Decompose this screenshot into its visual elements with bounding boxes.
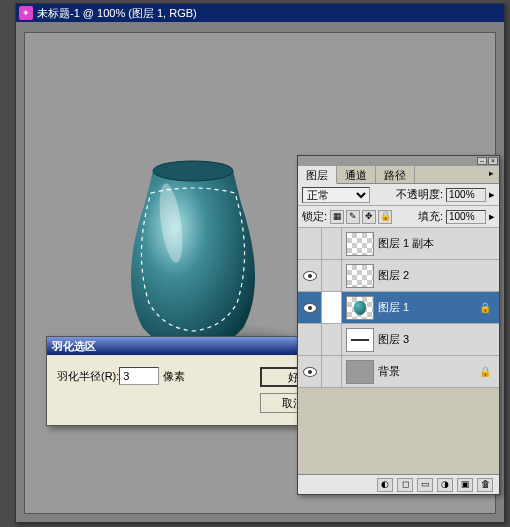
radius-input[interactable] <box>119 367 159 385</box>
blend-mode-select[interactable]: 正常 <box>302 187 370 203</box>
visibility-toggle[interactable] <box>298 292 322 323</box>
visibility-toggle[interactable] <box>298 228 322 259</box>
layer-name[interactable]: 图层 3 <box>378 332 499 347</box>
eye-icon <box>303 303 317 313</box>
panel-controls: – × <box>298 156 499 166</box>
lock-label: 锁定: <box>302 209 327 224</box>
eye-icon <box>303 271 317 281</box>
layer-empty-area[interactable] <box>298 388 499 474</box>
tab-layers[interactable]: 图层 <box>298 166 337 184</box>
layer-row[interactable]: 图层 3 <box>298 324 499 356</box>
dialog-titlebar[interactable]: 羽化选区 ✕ <box>47 337 336 355</box>
layer-thumbnail[interactable] <box>346 296 374 320</box>
svg-point-0 <box>153 161 233 181</box>
layer-style-button[interactable]: ◐ <box>377 478 393 492</box>
panel-footer: ◐ ◻ ▭ ◑ ▣ 🗑 <box>298 474 499 494</box>
link-toggle[interactable]: ✎ <box>322 292 342 323</box>
visibility-toggle[interactable] <box>298 324 322 355</box>
link-toggle[interactable] <box>322 356 342 387</box>
panel-tabs: 图层 通道 路径 ▸ <box>298 166 499 184</box>
layer-list: 图层 1 副本 图层 2 ✎ 图层 1 🔒 图层 3 背景 🔒 <box>298 228 499 474</box>
radius-label: 羽化半径(R): <box>57 369 119 384</box>
layer-thumbnail[interactable] <box>346 360 374 384</box>
delete-layer-button[interactable]: 🗑 <box>477 478 493 492</box>
feather-dialog: 羽化选区 ✕ 羽化半径(R): 像素 好 取消 <box>46 336 337 426</box>
layer-name[interactable]: 图层 1 <box>378 300 479 315</box>
panel-minimize-button[interactable]: – <box>477 157 487 165</box>
layer-thumbnail[interactable] <box>346 232 374 256</box>
dialog-title-text: 羽化选区 <box>52 339 96 353</box>
panel-close-button[interactable]: × <box>488 157 498 165</box>
panel-menu-button[interactable]: ▸ <box>484 166 499 183</box>
opacity-label: 不透明度: <box>396 187 443 202</box>
layer-mask-button[interactable]: ◻ <box>397 478 413 492</box>
fill-arrow-icon[interactable]: ▸ <box>489 210 495 223</box>
lock-transparency-icon[interactable]: ▦ <box>330 210 344 224</box>
opacity-value[interactable]: 100% <box>446 188 486 202</box>
layer-row[interactable]: ✎ 图层 1 🔒 <box>298 292 499 324</box>
fill-value[interactable]: 100% <box>446 210 486 224</box>
layers-panel: – × 图层 通道 路径 ▸ 正常 不透明度: 100% ▸ 锁定: ▦ ✎ ✥… <box>297 155 500 495</box>
tab-paths[interactable]: 路径 <box>376 166 415 183</box>
layer-thumbnail[interactable] <box>346 328 374 352</box>
lock-icon: 🔒 <box>479 366 493 377</box>
layer-name[interactable]: 图层 1 副本 <box>378 236 499 251</box>
app-icon: ✦ <box>19 6 33 20</box>
opacity-arrow-icon[interactable]: ▸ <box>489 188 495 201</box>
link-toggle[interactable] <box>322 228 342 259</box>
visibility-toggle[interactable] <box>298 356 322 387</box>
tab-channels[interactable]: 通道 <box>337 166 376 183</box>
window-title: 未标题-1 @ 100% (图层 1, RGB) <box>37 6 197 21</box>
radius-unit: 像素 <box>163 369 185 384</box>
lock-move-icon[interactable]: ✥ <box>362 210 376 224</box>
adjustment-button[interactable]: ◑ <box>437 478 453 492</box>
vase-artwork <box>113 153 273 353</box>
link-toggle[interactable] <box>322 260 342 291</box>
layer-row[interactable]: 图层 2 <box>298 260 499 292</box>
radius-field: 羽化半径(R): 像素 <box>57 367 185 385</box>
layer-name[interactable]: 背景 <box>378 364 479 379</box>
document-titlebar[interactable]: ✦ 未标题-1 @ 100% (图层 1, RGB) <box>16 4 504 22</box>
lock-paint-icon[interactable]: ✎ <box>346 210 360 224</box>
link-toggle[interactable] <box>322 324 342 355</box>
lock-icon: 🔒 <box>479 302 493 313</box>
eye-icon <box>303 367 317 377</box>
layer-name[interactable]: 图层 2 <box>378 268 499 283</box>
layer-row[interactable]: 背景 🔒 <box>298 356 499 388</box>
visibility-toggle[interactable] <box>298 260 322 291</box>
fill-label: 填充: <box>418 209 443 224</box>
new-layer-button[interactable]: ▣ <box>457 478 473 492</box>
lock-all-icon[interactable]: 🔒 <box>378 210 392 224</box>
new-group-button[interactable]: ▭ <box>417 478 433 492</box>
layer-row[interactable]: 图层 1 副本 <box>298 228 499 260</box>
layer-thumbnail[interactable] <box>346 264 374 288</box>
